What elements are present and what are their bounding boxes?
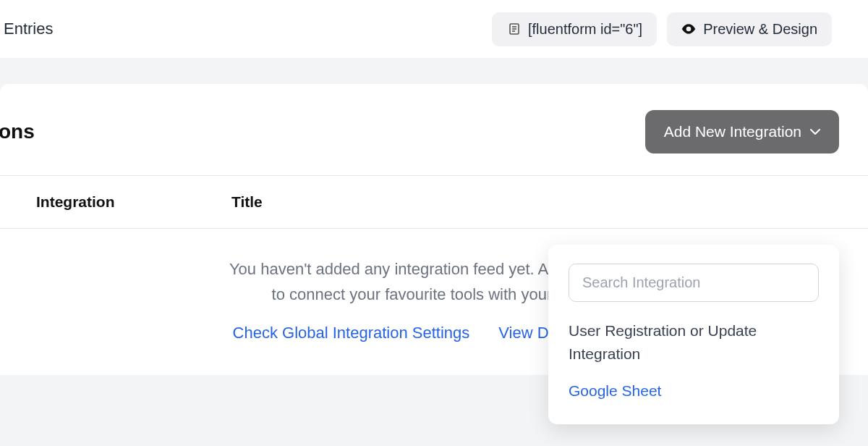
eye-icon <box>681 24 696 34</box>
add-button-label: Add New Integration <box>664 123 801 140</box>
copy-icon <box>506 22 521 36</box>
shortcode-button[interactable]: [fluentform id="6"] <box>492 12 657 46</box>
integration-dropdown: User Registration or Update Integration … <box>548 245 839 424</box>
preview-button[interactable]: Preview & Design <box>667 12 832 46</box>
table-header: Integration Title <box>0 175 868 229</box>
top-right-actions: [fluentform id="6"] Preview & Design <box>492 12 832 46</box>
global-settings-link[interactable]: Check Global Integration Settings <box>233 320 470 345</box>
panel-header: ons Add New Integration <box>0 84 868 175</box>
tab-entries[interactable]: Entries <box>0 20 53 38</box>
top-bar: Entries [fluentform id="6"] Preview & De… <box>0 0 868 58</box>
panel-title: ons <box>0 120 35 143</box>
search-integration-input[interactable] <box>569 264 819 302</box>
dropdown-item-user-registration[interactable]: User Registration or Update Integration <box>569 319 819 365</box>
chevron-down-icon <box>810 128 820 135</box>
add-integration-button[interactable]: Add New Integration <box>645 110 839 153</box>
preview-label: Preview & Design <box>703 21 817 38</box>
integrations-panel: ons Add New Integration Integration Titl… <box>0 84 868 375</box>
column-title: Title <box>231 193 263 211</box>
dropdown-item-google-sheet[interactable]: Google Sheet <box>569 379 819 403</box>
column-integration: Integration <box>0 193 231 211</box>
shortcode-text: [fluentform id="6"] <box>528 21 642 38</box>
